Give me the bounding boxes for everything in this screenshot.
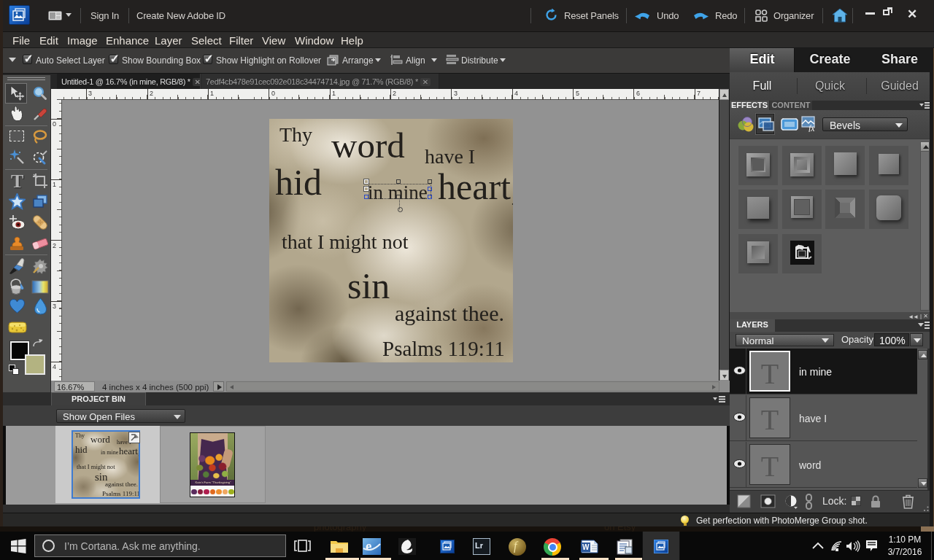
svg-text:W: W [582, 543, 590, 551]
svg-text:fx: fx [808, 123, 815, 132]
